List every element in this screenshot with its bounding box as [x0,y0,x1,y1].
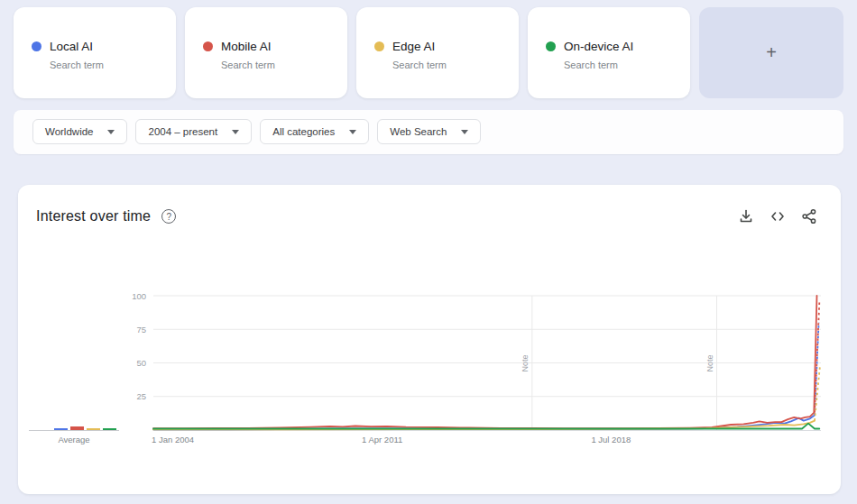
chevron-down-icon [461,130,468,134]
term-card-edge-ai[interactable]: Edge AI Search term [356,7,519,98]
series-color-dot [374,41,384,51]
region-filter-label: Worldwide [45,126,93,137]
chevron-down-icon [232,130,239,134]
series-color-dot [32,41,41,51]
svg-text:25: 25 [136,391,146,401]
interest-over-time-card: Interest over time ? 255075100NoteNote1 … [18,185,841,494]
filter-bar: Worldwide 2004 – present All categories … [14,110,843,154]
svg-text:75: 75 [136,325,146,334]
term-name: Local AI [50,40,93,53]
term-card-mobile-ai[interactable]: Mobile AI Search term [185,7,347,98]
add-comparison-card[interactable]: + [699,7,843,98]
comparison-cards-row: Local AI Search term Mobile AI Search te… [0,0,857,98]
term-subtitle: Search term [50,60,176,70]
chevron-down-icon [107,130,115,134]
svg-text:100: 100 [132,291,146,301]
svg-text:1 Jan 2004: 1 Jan 2004 [152,435,194,444]
term-name: On-device AI [564,40,633,53]
term-name: Mobile AI [221,40,272,53]
region-filter-dropdown[interactable]: Worldwide [32,119,127,144]
term-subtitle: Search term [221,60,347,70]
category-filter-dropdown[interactable]: All categories [260,119,369,144]
svg-text:1 Apr 2011: 1 Apr 2011 [362,435,402,444]
svg-text:50: 50 [136,358,146,368]
svg-text:Average: Average [58,435,89,444]
term-subtitle: Search term [392,60,519,70]
svg-text:Note: Note [521,354,530,371]
chevron-down-icon [349,130,356,134]
term-card-on-device-ai[interactable]: On-device AI Search term [528,7,690,98]
series-color-dot [203,41,213,51]
svg-text:Note: Note [705,354,714,371]
category-filter-label: All categories [272,126,335,137]
term-card-local-ai[interactable]: Local AI Search term [14,7,176,98]
time-range-filter-label: 2004 – present [148,126,217,137]
plus-icon: + [766,42,777,63]
svg-text:1 Jul 2018: 1 Jul 2018 [591,435,631,444]
series-color-dot [546,41,556,51]
time-range-filter-dropdown[interactable]: 2004 – present [135,119,252,144]
search-type-filter-label: Web Search [390,126,447,137]
term-name: Edge AI [392,40,435,53]
term-subtitle: Search term [564,60,690,70]
interest-over-time-chart: 255075100NoteNote1 Jan 20041 Apr 20111 J… [18,185,841,494]
search-type-filter-dropdown[interactable]: Web Search [377,119,481,144]
